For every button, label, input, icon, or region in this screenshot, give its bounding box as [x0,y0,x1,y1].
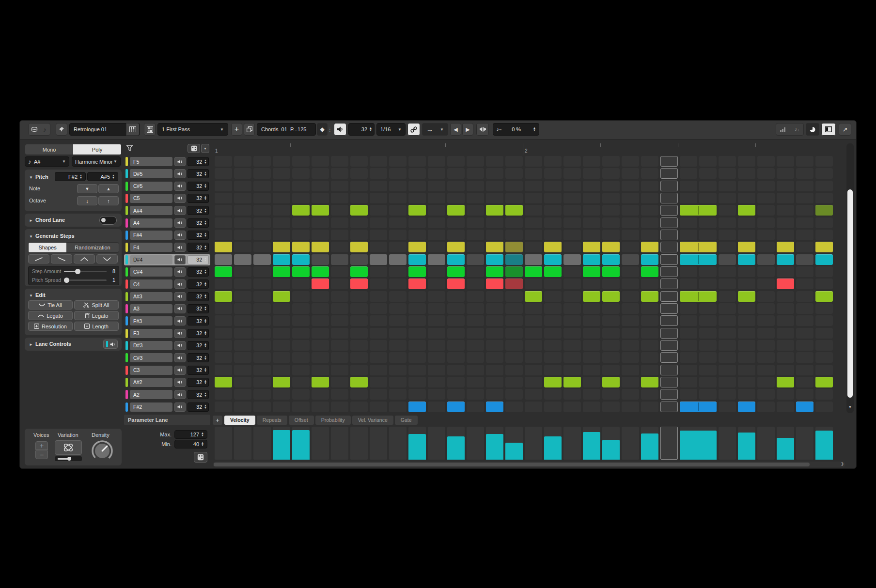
step-cell[interactable] [815,230,833,240]
step-cell[interactable] [622,168,639,179]
step-cell[interactable] [467,217,484,228]
lane-row[interactable]: A#332▲▼ [124,291,210,302]
step-cell[interactable] [583,389,600,400]
step-cell[interactable] [525,340,542,351]
step-cell[interactable] [389,402,407,412]
note-cell[interactable] [273,291,290,302]
step-cell[interactable] [486,377,503,387]
shapes-tab[interactable]: Shapes [29,243,66,252]
step-cell[interactable] [544,315,562,326]
lane-speaker-icon[interactable] [174,353,186,362]
note-cell[interactable] [738,402,755,412]
step-cell[interactable] [467,352,484,363]
step-cell[interactable] [370,279,387,289]
step-cell[interactable] [641,230,658,240]
step-cell[interactable] [525,156,542,167]
step-cell[interactable] [563,402,581,412]
lane-length-stepper[interactable]: 32▲▼ [188,341,209,350]
step-cell[interactable] [408,193,426,203]
step-cell[interactable] [486,156,503,167]
step-cell[interactable] [292,340,310,351]
step-cell[interactable] [389,205,407,216]
length-stepper[interactable]: 32 ▲▼ [348,123,375,136]
step-cell[interactable] [622,279,639,289]
step-cell[interactable] [757,217,775,228]
lane-note-name[interactable]: A#3 [130,292,172,301]
lane-note-name[interactable]: D#3 [130,341,172,350]
step-cell[interactable] [370,217,387,228]
step-cell[interactable] [738,328,755,339]
note-cell[interactable] [680,205,717,216]
step-cell[interactable] [370,377,387,387]
step-cell[interactable] [525,402,542,412]
step-cell[interactable] [544,352,562,363]
step-cell[interactable] [641,168,658,179]
lane-speaker-icon[interactable] [174,316,186,325]
lane-note-name[interactable]: A2 [130,390,172,399]
step-cell[interactable] [428,279,445,289]
step-cell[interactable] [253,217,271,228]
step-cell[interactable] [796,266,813,277]
step-cell[interactable] [602,205,620,216]
lane-note-name[interactable]: C5 [130,194,172,203]
note-cell[interactable] [273,377,290,387]
step-cell[interactable] [253,315,271,326]
mono-button[interactable]: Mono [25,144,73,155]
step-cell[interactable] [331,242,348,252]
lane-note-name[interactable]: F5 [130,157,172,166]
step-cell-ghost[interactable] [719,254,736,265]
step-cell[interactable] [331,181,348,191]
step-cell-ghost[interactable] [331,254,348,265]
step-cell[interactable] [331,168,348,179]
step-cell[interactable] [408,340,426,351]
step-cell[interactable] [273,168,290,179]
step-cell[interactable] [253,156,271,167]
step-cell-outlined[interactable] [660,205,678,216]
step-cell[interactable] [563,156,581,167]
step-cell[interactable] [544,340,562,351]
step-cell[interactable] [796,315,813,326]
velocity-bar[interactable] [777,438,794,460]
step-cell[interactable] [447,389,465,400]
step-cell-ghost[interactable] [525,254,542,265]
step-cell[interactable] [738,365,755,375]
step-cell[interactable] [467,168,484,179]
step-cell[interactable] [331,193,348,203]
note-cell[interactable] [486,242,503,252]
step-cell[interactable] [602,217,620,228]
step-cell[interactable] [583,168,600,179]
step-cell[interactable] [815,315,833,326]
lane-length-stepper[interactable]: 32▲▼ [188,353,209,362]
lane-length-stepper[interactable]: 32▲▼ [188,292,209,301]
step-cell[interactable] [738,377,755,387]
swing-control[interactable]: ♪~ 0 % ▲▼ [493,123,539,136]
step-cell[interactable] [622,181,639,191]
velocity-slot[interactable] [215,427,232,460]
step-cell-outlined[interactable] [660,181,678,191]
step-cell[interactable] [777,156,794,167]
step-cell[interactable] [719,217,736,228]
step-cell-outlined[interactable] [660,377,678,387]
lane-speaker-icon[interactable] [174,194,186,203]
parameter-dice-icon[interactable] [194,452,207,463]
step-cell[interactable] [815,340,833,351]
step-cell[interactable] [583,303,600,314]
step-cell[interactable] [738,181,755,191]
step-cell[interactable] [777,217,794,228]
step-cell[interactable] [602,315,620,326]
step-cell[interactable] [699,279,717,289]
step-cell[interactable] [757,168,775,179]
step-cell[interactable] [253,181,271,191]
step-cell[interactable] [486,168,503,179]
step-cell[interactable] [467,181,484,191]
step-cell[interactable] [467,303,484,314]
note-cell[interactable] [273,242,290,252]
note-cell[interactable] [505,254,523,265]
step-cell[interactable] [428,402,445,412]
step-cell[interactable] [312,168,329,179]
step-cell[interactable] [486,340,503,351]
parameter-tab-offset[interactable]: Offset [289,416,314,425]
step-cell[interactable] [563,242,581,252]
track-name[interactable]: Retrologue 01 [70,126,126,132]
step-cell[interactable] [583,402,600,412]
